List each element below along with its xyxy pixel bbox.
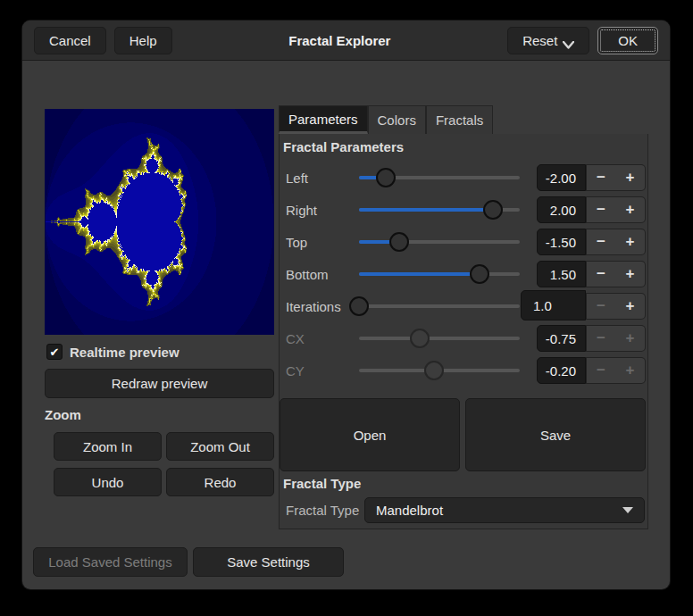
slider-fill-bottom xyxy=(359,272,480,276)
plus-icon-left[interactable]: + xyxy=(615,164,646,191)
open-button[interactable]: Open xyxy=(280,398,460,471)
slider-cy[interactable] xyxy=(359,354,520,387)
param-label-cy: CY xyxy=(286,354,305,387)
minus-icon-right[interactable]: − xyxy=(586,196,616,223)
slider-handle-bottom[interactable] xyxy=(470,264,489,284)
zoom-in-button[interactable]: Zoom In xyxy=(54,432,162,461)
fractal-type-dropdown[interactable]: Mandelbrot xyxy=(364,497,645,523)
load-saved-settings-button[interactable]: Load Saved Settings xyxy=(33,547,188,577)
slider-fill-right xyxy=(359,208,493,212)
minus-icon-iterations[interactable]: − xyxy=(586,293,616,320)
fractal-type-heading: Fractal Type xyxy=(283,476,361,491)
plus-icon-right[interactable]: + xyxy=(615,196,646,223)
value-field-right[interactable]: 2.00 xyxy=(537,196,586,223)
ok-button[interactable]: OK xyxy=(597,27,658,54)
value-field-bottom[interactable]: 1.50 xyxy=(537,261,586,287)
notebook-tabbar: ParametersColorsFractals xyxy=(279,105,648,135)
param-row-bottom: Bottom1.50−+ xyxy=(286,258,647,290)
save-button[interactable]: Save xyxy=(465,398,646,471)
value-field-left[interactable]: -2.00 xyxy=(537,164,586,191)
slider-handle-cx[interactable] xyxy=(410,329,430,348)
plus-icon-bottom[interactable]: + xyxy=(615,261,646,287)
slider-track-iterations[interactable] xyxy=(359,304,520,308)
param-row-top: Top-1.50−+ xyxy=(286,226,647,258)
fractal-preview[interactable] xyxy=(45,109,274,335)
param-label-iterations: Iterations xyxy=(286,290,341,322)
slider-handle-cy[interactable] xyxy=(424,361,444,380)
slider-bottom[interactable] xyxy=(359,258,520,290)
reset-button-label: Reset xyxy=(522,33,557,48)
slider-track-cx[interactable] xyxy=(359,337,520,340)
zoom-section-heading: Zoom xyxy=(45,407,81,422)
param-label-bottom: Bottom xyxy=(286,258,329,290)
fractal-explorer-dialog: Cancel Help Fractal Explorer Reset OK ✔ … xyxy=(22,21,670,589)
plus-icon-top[interactable]: + xyxy=(615,229,646,255)
param-label-left: Left xyxy=(286,162,308,194)
fractal-parameters-heading: Fractal Parameters xyxy=(283,139,404,154)
slider-left[interactable] xyxy=(359,162,520,194)
slider-right[interactable] xyxy=(359,194,520,226)
zoom-out-button[interactable]: Zoom Out xyxy=(166,432,274,461)
slider-handle-iterations[interactable] xyxy=(349,296,369,316)
slider-handle-right[interactable] xyxy=(483,200,503,220)
save-settings-button[interactable]: Save Settings xyxy=(193,547,344,577)
tab-colors[interactable]: Colors xyxy=(368,105,426,134)
minus-icon-left[interactable]: − xyxy=(586,164,616,191)
fractal-type-selected-value: Mandelbrot xyxy=(376,503,443,518)
redo-button[interactable]: Redo xyxy=(166,468,274,496)
minus-icon-cx[interactable]: − xyxy=(586,325,616,352)
value-field-cy[interactable]: -0.20 xyxy=(537,357,586,384)
tab-fractals[interactable]: Fractals xyxy=(426,105,493,134)
plus-icon-cx[interactable]: + xyxy=(615,325,646,352)
help-button[interactable]: Help xyxy=(114,27,172,54)
realtime-preview-checkbox[interactable]: ✔ Realtime preview xyxy=(46,343,180,361)
value-field-top[interactable]: -1.50 xyxy=(537,229,586,255)
dialog-title: Fractal Explorer xyxy=(180,33,500,48)
fractal-type-label: Fractal Type xyxy=(286,497,359,523)
param-row-cy: CY-0.20−+ xyxy=(286,354,647,387)
checkbox-check-icon: ✔ xyxy=(46,344,63,360)
cancel-button[interactable]: Cancel xyxy=(34,27,106,54)
slider-iterations[interactable] xyxy=(359,290,520,322)
value-field-iterations[interactable]: 1.0 xyxy=(521,290,586,320)
param-label-top: Top xyxy=(286,226,307,258)
slider-handle-left[interactable] xyxy=(376,168,396,187)
slider-top[interactable] xyxy=(359,226,520,258)
minus-icon-cy[interactable]: − xyxy=(586,357,616,384)
param-row-left: Left-2.00−+ xyxy=(286,162,647,194)
param-row-iterations: Iterations1.0−+ xyxy=(286,290,647,322)
tab-parameters[interactable]: Parameters xyxy=(279,105,368,134)
param-label-right: Right xyxy=(286,194,317,226)
undo-button[interactable]: Undo xyxy=(54,468,162,496)
minus-icon-top[interactable]: − xyxy=(586,229,616,255)
plus-icon-iterations[interactable]: + xyxy=(615,293,646,320)
titlebar: Cancel Help Fractal Explorer Reset OK xyxy=(22,21,670,61)
redraw-preview-button[interactable]: Redraw preview xyxy=(45,369,274,398)
reset-button[interactable]: Reset xyxy=(507,27,589,54)
slider-cx[interactable] xyxy=(359,322,520,354)
param-row-right: Right2.00−+ xyxy=(286,194,647,226)
chevron-down-icon xyxy=(563,37,574,45)
plus-icon-cy[interactable]: + xyxy=(615,357,646,384)
value-field-cx[interactable]: -0.75 xyxy=(537,325,586,352)
minus-icon-bottom[interactable]: − xyxy=(586,261,616,287)
caret-down-icon xyxy=(622,507,633,513)
param-row-cx: CX-0.75−+ xyxy=(286,322,647,354)
realtime-preview-label: Realtime preview xyxy=(70,345,180,360)
slider-handle-top[interactable] xyxy=(389,232,409,252)
param-label-cx: CX xyxy=(286,322,305,354)
